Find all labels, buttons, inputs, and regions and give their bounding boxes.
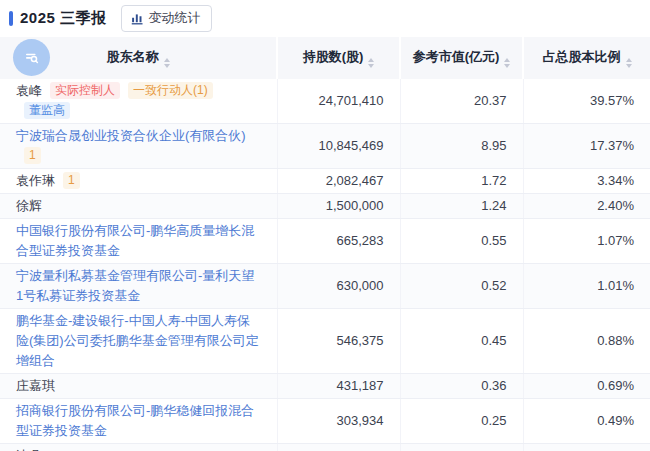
market-value-cell: 20.37 <box>400 79 523 124</box>
shareholder-tag-badge: 1 <box>24 147 41 164</box>
column-header-3[interactable]: 占总股本比例 <box>523 37 650 79</box>
sort-caret-icon[interactable] <box>368 58 374 68</box>
column-label: 持股数(股) <box>303 49 364 64</box>
shareholder-name: 徐辉 <box>16 198 42 213</box>
shares-cell: 303,934 <box>277 399 400 444</box>
shares-cell: 431,187 <box>277 374 400 399</box>
ratio-cell: 3.34% <box>523 169 650 194</box>
column-label: 股东名称 <box>107 49 159 64</box>
shares-cell: 1,500,000 <box>277 194 400 219</box>
market-value-cell: 0.36 <box>400 374 523 399</box>
shareholder-tag-badge: 董监高 <box>24 102 70 119</box>
shareholder-name-link[interactable]: 中国银行股份有限公司-鹏华高质量增长混合型证券投资基金 <box>16 223 254 258</box>
change-statistics-label: 变动统计 <box>149 9 201 27</box>
column-header-2[interactable]: 参考市值(亿元) <box>400 37 523 79</box>
table-header: 股东名称持股数(股)参考市值(亿元)占总股本比例 <box>0 37 650 79</box>
shareholder-name-cell: 袁作琳1 <box>0 169 277 194</box>
ratio-cell: 0.43% <box>523 444 650 451</box>
shares-cell: 546,375 <box>277 309 400 374</box>
table-row: 鹏华基金-建设银行-中国人寿-中国人寿保险(集团)公司委托鹏华基金管理有限公司定… <box>0 309 650 374</box>
shareholder-name-cell: 宁波量利私募基金管理有限公司-量利天望1号私募证券投资基金 <box>0 264 277 309</box>
ratio-cell: 1.01% <box>523 264 650 309</box>
market-value-cell: 1.72 <box>400 169 523 194</box>
column-header-1[interactable]: 持股数(股) <box>277 37 400 79</box>
shares-cell: 630,000 <box>277 264 400 309</box>
sort-caret-icon[interactable] <box>164 58 170 68</box>
ratio-cell: 39.57% <box>523 79 650 124</box>
shareholder-name: 袁峰 <box>16 83 42 98</box>
report-header: 2025 三季报 变动统计 <box>0 0 650 37</box>
shareholder-name-cell: 袁峰实际控制人一致行动人(1)董监高 <box>0 79 277 124</box>
shareholder-table: 股东名称持股数(股)参考市值(亿元)占总股本比例 袁峰实际控制人一致行动人(1)… <box>0 37 650 451</box>
shareholder-name-link[interactable]: 宁波量利私募基金管理有限公司-量利天望1号私募证券投资基金 <box>16 268 254 303</box>
shareholder-name-cell: 鹏华基金-建设银行-中国人寿-中国人寿保险(集团)公司委托鹏华基金管理有限公司定… <box>0 309 277 374</box>
market-value-cell: 0.55 <box>400 219 523 264</box>
shareholder-name-cell: 宁波瑞合晟创业投资合伙企业(有限合伙)1 <box>0 124 277 169</box>
market-value-cell: 0.45 <box>400 309 523 374</box>
market-value-cell: 1.24 <box>400 194 523 219</box>
ratio-cell: 17.37% <box>523 124 650 169</box>
shareholder-name: 袁作琳 <box>16 173 55 188</box>
shareholder-tag-badge: 1 <box>63 172 80 189</box>
column-label: 参考市值(亿元) <box>413 49 500 64</box>
filter-search-icon[interactable] <box>13 39 50 76</box>
column-label: 占总股本比例 <box>543 49 621 64</box>
table-row: 庄嘉琪431,1870.360.69% <box>0 374 650 399</box>
shareholder-name-link[interactable]: 招商银行股份有限公司-鹏华稳健回报混合型证券投资基金 <box>16 403 254 438</box>
market-value-cell: 0.52 <box>400 264 523 309</box>
shares-cell: 2,082,467 <box>277 169 400 194</box>
sort-caret-icon[interactable] <box>626 58 632 68</box>
shareholder-tag-badge: 一致行动人(1) <box>128 82 213 99</box>
ratio-cell: 2.40% <box>523 194 650 219</box>
shareholder-table-wrap: 股东名称持股数(股)参考市值(亿元)占总股本比例 袁峰实际控制人一致行动人(1)… <box>0 37 650 451</box>
title-accent-bar <box>9 11 13 26</box>
table-row: 中国银行股份有限公司-鹏华高质量增长混合型证券投资基金665,2830.551.… <box>0 219 650 264</box>
table-row: 袁峰实际控制人一致行动人(1)董监高24,701,41020.3739.57% <box>0 79 650 124</box>
table-row: 招商银行股份有限公司-鹏华稳健回报混合型证券投资基金303,9340.250.4… <box>0 399 650 444</box>
shares-cell: 10,845,469 <box>277 124 400 169</box>
change-statistics-button[interactable]: 变动统计 <box>121 5 212 32</box>
shareholder-tag-badge: 实际控制人 <box>50 82 120 99</box>
shareholder-name-link[interactable]: 鹏华基金-建设银行-中国人寿-中国人寿保险(集团)公司委托鹏华基金管理有限公司定… <box>16 313 259 368</box>
shareholder-name-cell: 沈凡 <box>0 444 277 451</box>
shareholder-name: 庄嘉琪 <box>16 378 55 393</box>
shares-cell: 665,283 <box>277 219 400 264</box>
market-value-cell: 0.25 <box>400 399 523 444</box>
shareholder-report-panel: 2025 三季报 变动统计 股东名称持股数(股)参考市值(亿元)占总股本比例 袁… <box>0 0 650 451</box>
market-value-cell: 0.22 <box>400 444 523 451</box>
shareholder-name-cell: 庄嘉琪 <box>0 374 277 399</box>
ratio-cell: 0.49% <box>523 399 650 444</box>
shareholder-name-cell: 招商银行股份有限公司-鹏华稳健回报混合型证券投资基金 <box>0 399 277 444</box>
market-value-cell: 8.95 <box>400 124 523 169</box>
shareholder-name-cell: 徐辉 <box>0 194 277 219</box>
sort-caret-icon[interactable] <box>504 58 510 68</box>
ratio-cell: 0.69% <box>523 374 650 399</box>
shares-cell: 24,701,410 <box>277 79 400 124</box>
table-row: 徐辉1,500,0001.242.40% <box>0 194 650 219</box>
table-row: 宁波瑞合晟创业投资合伙企业(有限合伙)110,845,4698.9517.37% <box>0 124 650 169</box>
shareholder-name-cell: 中国银行股份有限公司-鹏华高质量增长混合型证券投资基金 <box>0 219 277 264</box>
page-title: 2025 三季报 <box>20 9 107 28</box>
table-row: 袁作琳12,082,4671.723.34% <box>0 169 650 194</box>
shares-cell: 270,000 <box>277 444 400 451</box>
table-row: 宁波量利私募基金管理有限公司-量利天望1号私募证券投资基金630,0000.52… <box>0 264 650 309</box>
ratio-cell: 1.07% <box>523 219 650 264</box>
ratio-cell: 0.88% <box>523 309 650 374</box>
table-row: 沈凡270,0000.220.43% <box>0 444 650 451</box>
bar-chart-icon <box>131 12 144 25</box>
shareholder-name-link[interactable]: 宁波瑞合晟创业投资合伙企业(有限合伙) <box>16 128 246 143</box>
